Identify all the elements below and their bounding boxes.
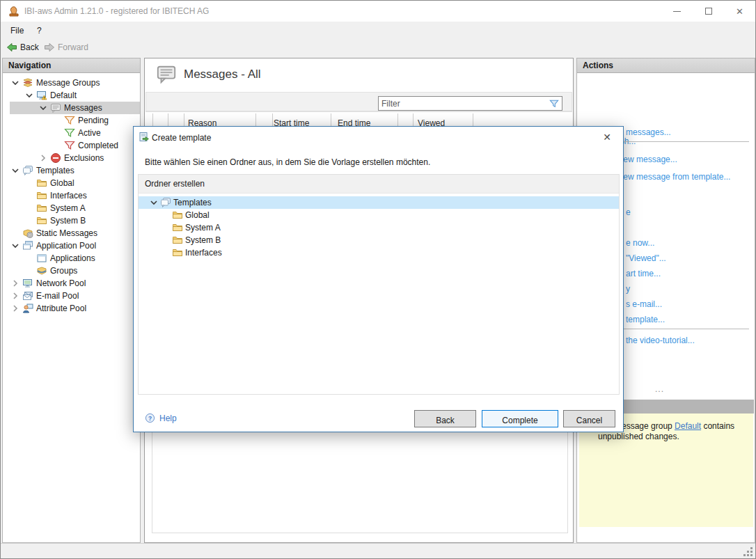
actions-overflow-indicator: ...: [655, 384, 664, 394]
title-bar: IBI-aws Admin 1.21.0 - registered for IB…: [1, 1, 755, 22]
action-partial[interactable]: e now...: [626, 238, 654, 248]
chevron-down-icon[interactable]: [10, 165, 21, 176]
maximize-button[interactable]: [693, 1, 724, 22]
sidebar-item-active[interactable]: Active: [3, 127, 140, 139]
sidebar-item-label: E-mail Pool: [36, 291, 79, 301]
forward-label: Forward: [58, 42, 88, 52]
dialog-tree-item-system-a[interactable]: System A: [139, 221, 619, 234]
sidebar-item-applications[interactable]: Applications: [3, 252, 140, 265]
sidebar-item-attribute-pool[interactable]: Attribute Pool: [3, 302, 140, 315]
chevron-right-icon[interactable]: [10, 303, 21, 314]
window-title: IBI-aws Admin 1.21.0 - registered for IB…: [24, 6, 209, 16]
stack-icon: [22, 77, 33, 88]
sidebar-item-completed[interactable]: Completed: [3, 139, 140, 152]
back-button[interactable]: Back: [3, 40, 42, 54]
sidebar-item-label: Default: [50, 90, 77, 100]
menu-help[interactable]: ?: [33, 24, 46, 37]
sidebar-item-interfaces[interactable]: Interfaces: [3, 189, 140, 202]
dialog-title: Create template: [152, 133, 211, 143]
dialog-tree-item-label: System B: [185, 235, 221, 245]
sidebar-item-message-groups[interactable]: Message Groups: [3, 77, 140, 89]
chevron-down-icon[interactable]: [38, 102, 49, 113]
notification-text-line2: unpublished changes.: [598, 432, 679, 441]
action-partial[interactable]: template...: [626, 315, 665, 324]
dialog-complete-button[interactable]: Complete: [482, 410, 558, 427]
filter-funnel-icon[interactable]: [549, 99, 559, 109]
sidebar-item-default[interactable]: Default: [3, 89, 140, 102]
chevron-right-icon[interactable]: [10, 290, 21, 301]
sidebar-item-e-mail-pool[interactable]: E-mail Pool: [3, 290, 140, 302]
action-partial[interactable]: messages...: [626, 127, 671, 137]
chevron-down-icon[interactable]: [10, 240, 21, 251]
person-icon: [22, 303, 33, 314]
templates-icon: [22, 165, 33, 176]
sidebar-item-application-pool[interactable]: Application Pool: [3, 239, 140, 252]
sidebar-item-global[interactable]: Global: [3, 177, 140, 189]
folder-icon: [36, 215, 47, 226]
action-partial[interactable]: s e-mail...: [626, 299, 662, 309]
chevron-right-icon[interactable]: [10, 278, 21, 289]
folder-icon: [172, 247, 183, 258]
sidebar-item-system-a[interactable]: System A: [3, 202, 140, 214]
dialog-back-button[interactable]: Back: [414, 410, 476, 427]
forward-button[interactable]: Forward: [41, 40, 91, 54]
sidebar-item-label: Interfaces: [50, 191, 87, 200]
sidebar-item-label: Attribute Pool: [36, 304, 86, 313]
action-partial[interactable]: e: [626, 207, 631, 217]
dialog-tree-item-interfaces[interactable]: Interfaces: [139, 246, 619, 259]
funnel-green-icon: [64, 127, 75, 139]
minus-circle-icon: [50, 152, 61, 164]
folder-icon: [36, 178, 47, 189]
close-window-button[interactable]: ✕: [724, 1, 755, 22]
sidebar-item-messages[interactable]: Messages: [3, 102, 140, 114]
action-partial[interactable]: y: [626, 284, 630, 294]
sidebar-item-system-b[interactable]: System B: [3, 214, 140, 227]
sidebar-item-groups[interactable]: Groups: [3, 265, 140, 277]
page-title: Messages - All: [184, 68, 261, 81]
menu-file[interactable]: File: [6, 24, 28, 37]
dialog-tree-item-system-b[interactable]: System B: [139, 234, 619, 246]
column-divider: [255, 113, 256, 127]
chevron-down-icon[interactable]: [24, 90, 35, 101]
dialog-tree-item-templates[interactable]: Templates: [139, 196, 619, 209]
column-divider: [152, 113, 153, 127]
dialog-cancel-button[interactable]: Cancel: [563, 410, 615, 427]
dialog-description: Bitte wählen Sie einen Ordner aus, in de…: [145, 157, 430, 167]
column-divider: [413, 113, 414, 127]
action-partial[interactable]: the video-tutorial...: [626, 336, 695, 345]
sidebar-item-static-messages[interactable]: Static Messages: [3, 227, 140, 239]
dialog-tree-item-label: Templates: [173, 198, 212, 207]
sidebar-item-label: Exclusions: [64, 153, 104, 163]
sidebar-item-pending[interactable]: Pending: [3, 114, 140, 127]
sidebar-item-label: Global: [50, 178, 74, 188]
folder-icon: [36, 203, 47, 214]
resize-grip-icon[interactable]: [743, 547, 753, 556]
dialog-close-button[interactable]: ✕: [598, 129, 616, 145]
folder-tree: TemplatesGlobalSystem ASystem BInterface…: [139, 194, 619, 394]
default-group-link[interactable]: Default: [675, 421, 701, 431]
folder-group-title: Ordner erstellen: [139, 175, 619, 194]
app-pool-icon: [22, 240, 33, 251]
sidebar-item-network-pool[interactable]: Network Pool: [3, 277, 140, 290]
chevron-right-icon[interactable]: [38, 152, 49, 164]
filter-input[interactable]: [381, 97, 545, 109]
dialog-tree-item-global[interactable]: Global: [139, 209, 619, 221]
action-partial[interactable]: "Viewed"...: [626, 253, 666, 263]
sidebar-item-label: Message Groups: [36, 78, 100, 88]
sidebar-item-label: Application Pool: [36, 241, 96, 251]
help-link[interactable]: Help: [145, 413, 177, 423]
chevron-down-icon[interactable]: [148, 197, 159, 208]
bubble-icon: [50, 102, 61, 113]
sidebar-item-exclusions[interactable]: Exclusions: [3, 152, 140, 164]
app-window: IBI-aws Admin 1.21.0 - registered for IB…: [0, 0, 756, 559]
action-partial[interactable]: art time...: [626, 269, 661, 278]
folder-icon: [172, 235, 183, 246]
dialog-tree-item-label: Interfaces: [185, 248, 222, 258]
sidebar-item-templates[interactable]: Templates: [3, 164, 140, 177]
chevron-down-icon[interactable]: [10, 77, 21, 88]
static-icon: [22, 228, 33, 239]
minimize-button[interactable]: [661, 1, 693, 22]
sidebar-item-label: Active: [78, 128, 101, 138]
folder-icon: [36, 190, 47, 201]
funnel-red-icon: [64, 140, 75, 151]
